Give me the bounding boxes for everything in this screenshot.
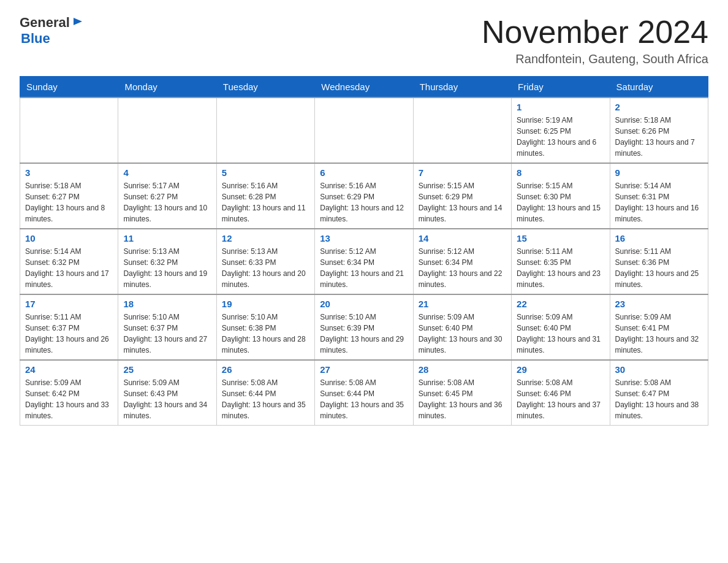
logo-arrow-icon [72,16,83,29]
day-number: 18 [123,299,211,309]
calendar-table: SundayMondayTuesdayWednesdayThursdayFrid… [20,76,708,426]
day-number: 22 [517,299,604,309]
day-info: Sunrise: 5:13 AMSunset: 6:32 PMDaylight:… [123,246,211,290]
day-number: 30 [615,364,703,375]
day-number: 26 [222,364,309,375]
day-number: 5 [222,167,309,178]
calendar-cell: 28Sunrise: 5:08 AMSunset: 6:45 PMDayligh… [413,360,511,426]
day-info: Sunrise: 5:08 AMSunset: 6:44 PMDaylight:… [222,377,309,421]
day-number: 6 [320,167,408,178]
day-info: Sunrise: 5:16 AMSunset: 6:29 PMDaylight:… [320,180,408,224]
day-info: Sunrise: 5:10 AMSunset: 6:38 PMDaylight:… [222,312,309,356]
calendar-cell: 27Sunrise: 5:08 AMSunset: 6:44 PMDayligh… [315,360,413,426]
day-number: 1 [517,102,604,112]
calendar-cell: 29Sunrise: 5:08 AMSunset: 6:46 PMDayligh… [512,360,610,426]
week-row-3: 10Sunrise: 5:14 AMSunset: 6:32 PMDayligh… [20,229,708,294]
page-header: General Blue November 2024 Randfontein, … [20,15,708,66]
calendar-cell: 10Sunrise: 5:14 AMSunset: 6:32 PMDayligh… [20,229,118,294]
day-number: 11 [123,233,211,243]
day-info: Sunrise: 5:16 AMSunset: 6:28 PMDaylight:… [222,180,309,224]
calendar-cell: 22Sunrise: 5:09 AMSunset: 6:40 PMDayligh… [512,294,610,360]
day-info: Sunrise: 5:09 AMSunset: 6:42 PMDaylight:… [25,377,113,421]
calendar-cell: 18Sunrise: 5:10 AMSunset: 6:37 PMDayligh… [118,294,216,360]
column-header-friday: Friday [512,77,610,98]
day-number: 16 [615,233,703,243]
day-info: Sunrise: 5:08 AMSunset: 6:45 PMDaylight:… [419,377,506,421]
calendar-cell: 30Sunrise: 5:08 AMSunset: 6:47 PMDayligh… [610,360,708,426]
calendar-cell: 16Sunrise: 5:11 AMSunset: 6:36 PMDayligh… [610,229,708,294]
day-number: 4 [123,167,211,178]
column-header-wednesday: Wednesday [315,77,413,98]
column-header-tuesday: Tuesday [216,77,314,98]
logo-blue-text: Blue [21,31,83,47]
day-info: Sunrise: 5:08 AMSunset: 6:46 PMDaylight:… [517,377,604,421]
calendar-cell [20,98,118,163]
day-info: Sunrise: 5:11 AMSunset: 6:35 PMDaylight:… [517,246,604,290]
day-info: Sunrise: 5:12 AMSunset: 6:34 PMDaylight:… [320,246,408,290]
day-info: Sunrise: 5:08 AMSunset: 6:44 PMDaylight:… [320,377,408,421]
calendar-cell: 20Sunrise: 5:10 AMSunset: 6:39 PMDayligh… [315,294,413,360]
calendar-cell: 19Sunrise: 5:10 AMSunset: 6:38 PMDayligh… [216,294,314,360]
calendar-header-row: SundayMondayTuesdayWednesdayThursdayFrid… [20,77,708,98]
day-info: Sunrise: 5:17 AMSunset: 6:27 PMDaylight:… [123,180,211,224]
calendar-cell [315,98,413,163]
day-info: Sunrise: 5:08 AMSunset: 6:47 PMDaylight:… [615,377,703,421]
day-number: 7 [419,167,506,178]
calendar-cell: 7Sunrise: 5:15 AMSunset: 6:29 PMDaylight… [413,163,511,229]
day-info: Sunrise: 5:18 AMSunset: 6:26 PMDaylight:… [615,115,703,159]
day-number: 28 [419,364,506,375]
calendar-cell: 2Sunrise: 5:18 AMSunset: 6:26 PMDaylight… [610,98,708,163]
day-info: Sunrise: 5:09 AMSunset: 6:40 PMDaylight:… [419,312,506,356]
title-area: November 2024 Randfontein, Gauteng, Sout… [482,15,708,66]
day-number: 12 [222,233,309,243]
day-number: 25 [123,364,211,375]
day-number: 23 [615,299,703,309]
day-info: Sunrise: 5:14 AMSunset: 6:32 PMDaylight:… [25,246,113,290]
column-header-monday: Monday [118,77,216,98]
day-number: 10 [25,233,113,243]
logo: General Blue [20,15,83,47]
week-row-4: 17Sunrise: 5:11 AMSunset: 6:37 PMDayligh… [20,294,708,360]
day-info: Sunrise: 5:18 AMSunset: 6:27 PMDaylight:… [25,180,113,224]
day-number: 19 [222,299,309,309]
page-title: November 2024 [482,15,708,50]
column-header-thursday: Thursday [413,77,511,98]
week-row-1: 1Sunrise: 5:19 AMSunset: 6:25 PMDaylight… [20,98,708,163]
day-info: Sunrise: 5:11 AMSunset: 6:37 PMDaylight:… [25,312,113,356]
day-number: 15 [517,233,604,243]
day-info: Sunrise: 5:13 AMSunset: 6:33 PMDaylight:… [222,246,309,290]
page-subtitle: Randfontein, Gauteng, South Africa [482,52,708,66]
week-row-2: 3Sunrise: 5:18 AMSunset: 6:27 PMDaylight… [20,163,708,229]
day-info: Sunrise: 5:14 AMSunset: 6:31 PMDaylight:… [615,180,703,224]
day-number: 29 [517,364,604,375]
day-number: 27 [320,364,408,375]
calendar-cell: 8Sunrise: 5:15 AMSunset: 6:30 PMDaylight… [512,163,610,229]
calendar-cell: 6Sunrise: 5:16 AMSunset: 6:29 PMDaylight… [315,163,413,229]
day-number: 13 [320,233,408,243]
calendar-cell: 4Sunrise: 5:17 AMSunset: 6:27 PMDaylight… [118,163,216,229]
svg-marker-0 [74,18,82,25]
calendar-cell: 24Sunrise: 5:09 AMSunset: 6:42 PMDayligh… [20,360,118,426]
day-number: 9 [615,167,703,178]
day-number: 24 [25,364,113,375]
day-number: 14 [419,233,506,243]
day-info: Sunrise: 5:11 AMSunset: 6:36 PMDaylight:… [615,246,703,290]
column-header-sunday: Sunday [20,77,118,98]
day-number: 17 [25,299,113,309]
day-info: Sunrise: 5:10 AMSunset: 6:37 PMDaylight:… [123,312,211,356]
calendar-cell [413,98,511,163]
day-number: 3 [25,167,113,178]
day-info: Sunrise: 5:12 AMSunset: 6:34 PMDaylight:… [419,246,506,290]
day-info: Sunrise: 5:09 AMSunset: 6:41 PMDaylight:… [615,312,703,356]
logo-general-text: General [20,15,70,31]
day-info: Sunrise: 5:15 AMSunset: 6:29 PMDaylight:… [419,180,506,224]
calendar-cell: 5Sunrise: 5:16 AMSunset: 6:28 PMDaylight… [216,163,314,229]
day-number: 8 [517,167,604,178]
day-info: Sunrise: 5:09 AMSunset: 6:43 PMDaylight:… [123,377,211,421]
day-info: Sunrise: 5:19 AMSunset: 6:25 PMDaylight:… [517,115,604,159]
calendar-cell: 11Sunrise: 5:13 AMSunset: 6:32 PMDayligh… [118,229,216,294]
calendar-cell: 23Sunrise: 5:09 AMSunset: 6:41 PMDayligh… [610,294,708,360]
calendar-cell: 15Sunrise: 5:11 AMSunset: 6:35 PMDayligh… [512,229,610,294]
day-number: 2 [615,102,703,112]
calendar-cell: 9Sunrise: 5:14 AMSunset: 6:31 PMDaylight… [610,163,708,229]
